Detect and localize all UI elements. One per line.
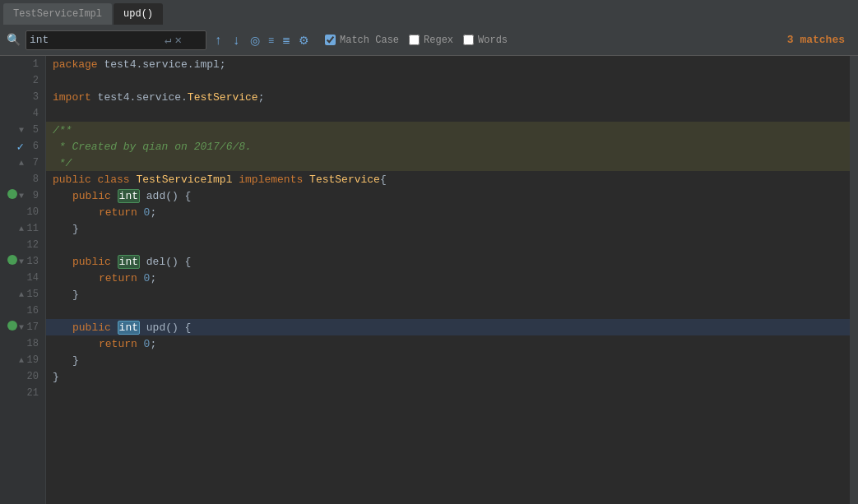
gutter-row-4: 4 bbox=[0, 105, 45, 122]
comment-line-5: /** bbox=[53, 124, 72, 136]
line-number-4: 4 bbox=[24, 108, 42, 119]
match-case-label: Match Case bbox=[340, 35, 399, 46]
gutter-row-12: 12 bbox=[0, 237, 45, 253]
code-line-15: } bbox=[46, 286, 850, 303]
code-line-19: } bbox=[46, 352, 850, 368]
search-input-wrap: ↵ ✕ bbox=[26, 30, 206, 50]
code-line-2 bbox=[46, 72, 850, 89]
gutter-row-8: 8 bbox=[0, 171, 45, 187]
line-number-11: 11 bbox=[24, 223, 42, 234]
line-number-17: 17 bbox=[24, 321, 42, 333]
regex-option[interactable]: Regex bbox=[409, 35, 453, 46]
line-number-14: 14 bbox=[24, 272, 42, 284]
search-icon: 🔍 bbox=[7, 33, 21, 47]
gutter-row-13: ▼ 13 bbox=[0, 253, 45, 270]
scrollbar-track[interactable] bbox=[850, 56, 858, 504]
gutter-row-11: ▲ 11 bbox=[0, 220, 45, 237]
gutter-row-19: ▲ 19 bbox=[0, 352, 45, 368]
breakpoint-9 bbox=[7, 189, 17, 202]
code-line-14: return 0; bbox=[46, 270, 850, 286]
gutter-row-20: 20 bbox=[0, 368, 45, 385]
gutter-row-15: ▲ 15 bbox=[0, 286, 45, 303]
line-number-20: 20 bbox=[24, 371, 42, 382]
code-line-4 bbox=[46, 105, 850, 122]
keyword-import: import bbox=[53, 91, 98, 104]
code-line-7: */ bbox=[46, 155, 850, 171]
line-number-19: 19 bbox=[24, 354, 42, 366]
comment-line-7: */ bbox=[53, 157, 72, 169]
gutter-row-7: ▲ 7 bbox=[0, 155, 45, 171]
line-number-3: 3 bbox=[24, 91, 42, 103]
code-line-12 bbox=[46, 237, 850, 253]
prev-match-button[interactable]: ↑ bbox=[211, 31, 225, 49]
line-number-12: 12 bbox=[24, 239, 42, 251]
code-line-21 bbox=[46, 385, 850, 401]
line-number-13: 13 bbox=[24, 256, 42, 267]
code-line-13: public int del() { bbox=[46, 253, 850, 270]
gutter-row-18: 18 bbox=[0, 335, 45, 352]
gutter: 1 2 3 4 ▼ 5 ✓ 6 ▲ 7 8 bbox=[0, 56, 46, 504]
code-line-16 bbox=[46, 303, 850, 319]
match-case-checkbox[interactable] bbox=[325, 35, 336, 45]
search-bar: 🔍 ↵ ✕ ↑ ↓ ◎ ≡ ≣ ⚙ Match Case Regex Words… bbox=[0, 25, 858, 56]
code-line-8: public class TestServiceImpl implements … bbox=[46, 171, 850, 187]
search-input[interactable] bbox=[30, 34, 161, 46]
tab-bar: TestServiceImpl upd() bbox=[0, 0, 858, 25]
gutter-row-21: 21 bbox=[0, 385, 45, 401]
gutter-row-9: ▼ 9 bbox=[0, 187, 45, 204]
words-option[interactable]: Words bbox=[463, 35, 508, 46]
comment-line-6: * Created by qian on 2017/6/8. bbox=[53, 141, 252, 153]
settings-button[interactable]: ⚙ bbox=[296, 32, 312, 49]
line-number-1: 1 bbox=[24, 58, 42, 70]
match-case-option[interactable]: Match Case bbox=[325, 35, 399, 46]
match-int-9: int bbox=[118, 189, 140, 203]
regex-label: Regex bbox=[424, 35, 453, 46]
gutter-row-1: 1 bbox=[0, 56, 45, 72]
line-number-21: 21 bbox=[24, 387, 42, 399]
enter-icon: ↵ bbox=[165, 33, 171, 47]
code-line-1: package test4.service.impl; bbox=[46, 56, 850, 72]
line-number-9: 9 bbox=[24, 190, 42, 201]
gutter-row-5: ▼ 5 bbox=[0, 122, 45, 138]
line-number-10: 10 bbox=[24, 206, 42, 218]
close-icon[interactable]: ✕ bbox=[174, 33, 181, 47]
tab-upd[interactable]: upd() bbox=[114, 3, 163, 25]
gutter-row-14: 14 bbox=[0, 270, 45, 286]
words-label: Words bbox=[478, 35, 508, 46]
match-int-13: int bbox=[118, 255, 140, 269]
line-number-16: 16 bbox=[24, 305, 42, 317]
gutter-check-6: ✓ bbox=[17, 140, 24, 154]
regex-checkbox[interactable] bbox=[409, 35, 420, 45]
keyword-package: package bbox=[53, 58, 104, 71]
code-lines: package test4.service.impl; import test4… bbox=[46, 56, 850, 504]
tab-upd-label: upd() bbox=[123, 8, 153, 20]
search-options: Match Case Regex Words bbox=[325, 35, 508, 46]
code-line-20: } bbox=[46, 368, 850, 385]
tab-testserviceimpl[interactable]: TestServiceImpl bbox=[3, 3, 112, 25]
breakpoint-13 bbox=[7, 255, 17, 268]
line-number-2: 2 bbox=[24, 75, 42, 86]
code-line-10: return 0; bbox=[46, 204, 850, 220]
code-line-6: * Created by qian on 2017/6/8. bbox=[46, 138, 850, 155]
find-usages-button[interactable]: ◎ bbox=[248, 32, 262, 49]
next-match-button[interactable]: ↓ bbox=[230, 31, 243, 49]
code-line-11: } bbox=[46, 220, 850, 237]
replace-button[interactable]: ≡ bbox=[266, 33, 276, 48]
match-count: 3 matches bbox=[787, 34, 845, 46]
code-line-9: public int add() { bbox=[46, 187, 850, 204]
line-number-15: 15 bbox=[24, 289, 42, 300]
code-area: 1 2 3 4 ▼ 5 ✓ 6 ▲ 7 8 bbox=[0, 56, 858, 504]
words-checkbox[interactable] bbox=[463, 35, 474, 45]
line-number-7: 7 bbox=[24, 157, 42, 169]
gutter-row-3: 3 bbox=[0, 89, 45, 105]
code-line-17: public int upd() { bbox=[46, 319, 850, 335]
breakpoint-17 bbox=[7, 321, 17, 334]
code-line-5: /** bbox=[46, 122, 850, 138]
replace-all-button[interactable]: ≣ bbox=[280, 33, 293, 48]
line-number-6: 6 bbox=[24, 141, 42, 152]
code-line-3: import test4.service.TestService; bbox=[46, 89, 850, 105]
line-number-18: 18 bbox=[24, 338, 42, 349]
code-line-18: return 0; bbox=[46, 335, 850, 352]
gutter-row-6: ✓ 6 bbox=[0, 138, 45, 155]
tab-testserviceimpl-label: TestServiceImpl bbox=[13, 8, 102, 20]
